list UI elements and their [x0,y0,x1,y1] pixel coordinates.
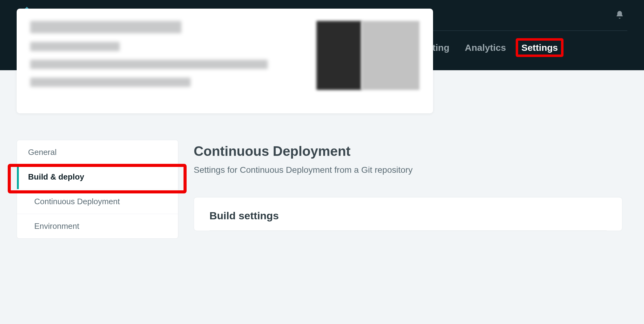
settings-main: Continuous Deployment Settings for Conti… [194,140,627,231]
site-thumbnail-redacted [316,21,419,90]
build-settings-card: Build settings [194,197,622,231]
page-title: Continuous Deployment [194,144,627,159]
site-summary-card [17,9,433,113]
sidebar-item-continuous-deployment[interactable]: Continuous Deployment [17,189,178,214]
sidebar-item-general[interactable]: General [17,140,178,165]
settings-content-row: General Build & deploy Continuous Deploy… [17,140,627,239]
sidebar-item-environment[interactable]: Environment [17,214,178,238]
build-settings-heading: Build settings [209,210,607,231]
site-summary-text-redacted [30,21,304,101]
page-body: General Build & deploy Continuous Deploy… [0,9,644,239]
sidebar-item-build-deploy[interactable]: Build & deploy [17,165,178,189]
page-subtitle: Settings for Continuous Deployment from … [194,165,627,175]
settings-sidebar: General Build & deploy Continuous Deploy… [17,140,178,239]
